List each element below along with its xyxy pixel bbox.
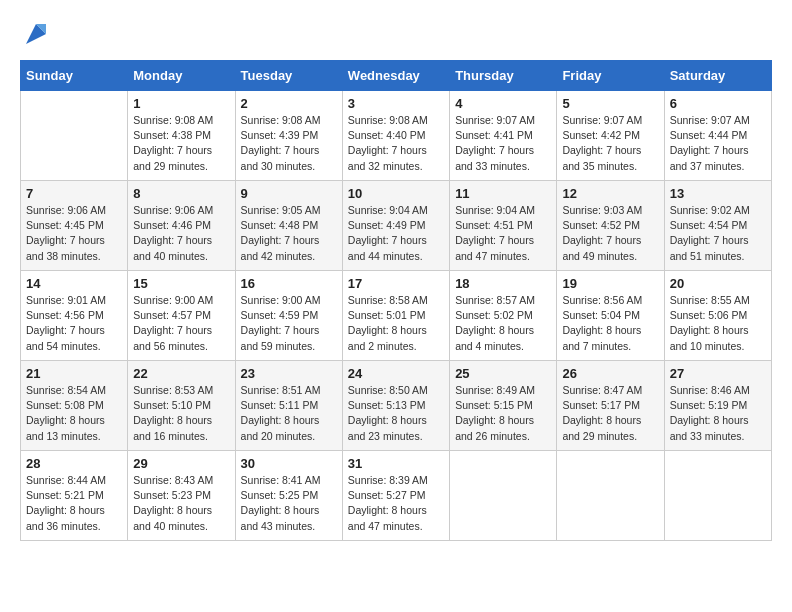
day-number: 3	[348, 96, 444, 111]
day-number: 10	[348, 186, 444, 201]
day-info: Sunrise: 8:39 AMSunset: 5:27 PMDaylight:…	[348, 473, 444, 534]
day-info: Sunrise: 9:02 AMSunset: 4:54 PMDaylight:…	[670, 203, 766, 264]
day-info: Sunrise: 9:07 AMSunset: 4:42 PMDaylight:…	[562, 113, 658, 174]
day-cell: 23Sunrise: 8:51 AMSunset: 5:11 PMDayligh…	[235, 361, 342, 451]
day-cell: 9Sunrise: 9:05 AMSunset: 4:48 PMDaylight…	[235, 181, 342, 271]
day-info: Sunrise: 9:04 AMSunset: 4:49 PMDaylight:…	[348, 203, 444, 264]
day-info: Sunrise: 9:06 AMSunset: 4:45 PMDaylight:…	[26, 203, 122, 264]
day-number: 1	[133, 96, 229, 111]
day-number: 19	[562, 276, 658, 291]
day-number: 27	[670, 366, 766, 381]
day-number: 15	[133, 276, 229, 291]
day-number: 12	[562, 186, 658, 201]
day-info: Sunrise: 9:01 AMSunset: 4:56 PMDaylight:…	[26, 293, 122, 354]
day-info: Sunrise: 8:46 AMSunset: 5:19 PMDaylight:…	[670, 383, 766, 444]
day-number: 5	[562, 96, 658, 111]
day-cell: 26Sunrise: 8:47 AMSunset: 5:17 PMDayligh…	[557, 361, 664, 451]
day-number: 16	[241, 276, 337, 291]
day-cell: 1Sunrise: 9:08 AMSunset: 4:38 PMDaylight…	[128, 91, 235, 181]
day-cell	[557, 451, 664, 541]
day-number: 17	[348, 276, 444, 291]
day-number: 8	[133, 186, 229, 201]
day-number: 29	[133, 456, 229, 471]
day-number: 30	[241, 456, 337, 471]
day-cell: 17Sunrise: 8:58 AMSunset: 5:01 PMDayligh…	[342, 271, 449, 361]
day-cell: 10Sunrise: 9:04 AMSunset: 4:49 PMDayligh…	[342, 181, 449, 271]
day-cell: 8Sunrise: 9:06 AMSunset: 4:46 PMDaylight…	[128, 181, 235, 271]
day-cell: 22Sunrise: 8:53 AMSunset: 5:10 PMDayligh…	[128, 361, 235, 451]
logo	[20, 20, 50, 44]
day-info: Sunrise: 8:50 AMSunset: 5:13 PMDaylight:…	[348, 383, 444, 444]
day-info: Sunrise: 8:54 AMSunset: 5:08 PMDaylight:…	[26, 383, 122, 444]
day-number: 13	[670, 186, 766, 201]
day-cell: 18Sunrise: 8:57 AMSunset: 5:02 PMDayligh…	[450, 271, 557, 361]
week-row-3: 21Sunrise: 8:54 AMSunset: 5:08 PMDayligh…	[21, 361, 772, 451]
day-cell: 27Sunrise: 8:46 AMSunset: 5:19 PMDayligh…	[664, 361, 771, 451]
day-info: Sunrise: 8:53 AMSunset: 5:10 PMDaylight:…	[133, 383, 229, 444]
day-info: Sunrise: 9:00 AMSunset: 4:59 PMDaylight:…	[241, 293, 337, 354]
day-cell: 28Sunrise: 8:44 AMSunset: 5:21 PMDayligh…	[21, 451, 128, 541]
day-info: Sunrise: 9:08 AMSunset: 4:38 PMDaylight:…	[133, 113, 229, 174]
day-number: 6	[670, 96, 766, 111]
day-info: Sunrise: 8:56 AMSunset: 5:04 PMDaylight:…	[562, 293, 658, 354]
day-info: Sunrise: 8:43 AMSunset: 5:23 PMDaylight:…	[133, 473, 229, 534]
day-cell: 12Sunrise: 9:03 AMSunset: 4:52 PMDayligh…	[557, 181, 664, 271]
day-info: Sunrise: 8:51 AMSunset: 5:11 PMDaylight:…	[241, 383, 337, 444]
day-info: Sunrise: 9:07 AMSunset: 4:41 PMDaylight:…	[455, 113, 551, 174]
day-number: 20	[670, 276, 766, 291]
day-number: 23	[241, 366, 337, 381]
weekday-header-saturday: Saturday	[664, 61, 771, 91]
day-cell: 11Sunrise: 9:04 AMSunset: 4:51 PMDayligh…	[450, 181, 557, 271]
day-number: 31	[348, 456, 444, 471]
day-cell: 15Sunrise: 9:00 AMSunset: 4:57 PMDayligh…	[128, 271, 235, 361]
day-cell: 30Sunrise: 8:41 AMSunset: 5:25 PMDayligh…	[235, 451, 342, 541]
day-number: 18	[455, 276, 551, 291]
day-cell: 13Sunrise: 9:02 AMSunset: 4:54 PMDayligh…	[664, 181, 771, 271]
day-cell: 2Sunrise: 9:08 AMSunset: 4:39 PMDaylight…	[235, 91, 342, 181]
day-number: 21	[26, 366, 122, 381]
day-number: 4	[455, 96, 551, 111]
day-cell: 4Sunrise: 9:07 AMSunset: 4:41 PMDaylight…	[450, 91, 557, 181]
day-cell: 31Sunrise: 8:39 AMSunset: 5:27 PMDayligh…	[342, 451, 449, 541]
day-number: 25	[455, 366, 551, 381]
day-number: 7	[26, 186, 122, 201]
day-info: Sunrise: 9:07 AMSunset: 4:44 PMDaylight:…	[670, 113, 766, 174]
day-cell	[664, 451, 771, 541]
day-cell: 20Sunrise: 8:55 AMSunset: 5:06 PMDayligh…	[664, 271, 771, 361]
day-info: Sunrise: 9:06 AMSunset: 4:46 PMDaylight:…	[133, 203, 229, 264]
day-number: 26	[562, 366, 658, 381]
day-number: 11	[455, 186, 551, 201]
day-info: Sunrise: 9:03 AMSunset: 4:52 PMDaylight:…	[562, 203, 658, 264]
day-info: Sunrise: 8:58 AMSunset: 5:01 PMDaylight:…	[348, 293, 444, 354]
day-info: Sunrise: 8:49 AMSunset: 5:15 PMDaylight:…	[455, 383, 551, 444]
day-cell	[450, 451, 557, 541]
day-cell	[21, 91, 128, 181]
day-cell: 3Sunrise: 9:08 AMSunset: 4:40 PMDaylight…	[342, 91, 449, 181]
week-row-0: 1Sunrise: 9:08 AMSunset: 4:38 PMDaylight…	[21, 91, 772, 181]
logo-icon	[22, 20, 50, 48]
day-info: Sunrise: 9:00 AMSunset: 4:57 PMDaylight:…	[133, 293, 229, 354]
day-number: 9	[241, 186, 337, 201]
day-number: 24	[348, 366, 444, 381]
day-cell: 25Sunrise: 8:49 AMSunset: 5:15 PMDayligh…	[450, 361, 557, 451]
weekday-header-monday: Monday	[128, 61, 235, 91]
day-info: Sunrise: 8:57 AMSunset: 5:02 PMDaylight:…	[455, 293, 551, 354]
day-cell: 5Sunrise: 9:07 AMSunset: 4:42 PMDaylight…	[557, 91, 664, 181]
week-row-1: 7Sunrise: 9:06 AMSunset: 4:45 PMDaylight…	[21, 181, 772, 271]
weekday-header-wednesday: Wednesday	[342, 61, 449, 91]
day-info: Sunrise: 9:08 AMSunset: 4:40 PMDaylight:…	[348, 113, 444, 174]
day-cell: 21Sunrise: 8:54 AMSunset: 5:08 PMDayligh…	[21, 361, 128, 451]
day-info: Sunrise: 8:41 AMSunset: 5:25 PMDaylight:…	[241, 473, 337, 534]
day-cell: 16Sunrise: 9:00 AMSunset: 4:59 PMDayligh…	[235, 271, 342, 361]
day-number: 2	[241, 96, 337, 111]
day-cell: 19Sunrise: 8:56 AMSunset: 5:04 PMDayligh…	[557, 271, 664, 361]
day-info: Sunrise: 9:08 AMSunset: 4:39 PMDaylight:…	[241, 113, 337, 174]
weekday-header-row: SundayMondayTuesdayWednesdayThursdayFrid…	[21, 61, 772, 91]
day-cell: 24Sunrise: 8:50 AMSunset: 5:13 PMDayligh…	[342, 361, 449, 451]
week-row-2: 14Sunrise: 9:01 AMSunset: 4:56 PMDayligh…	[21, 271, 772, 361]
day-info: Sunrise: 8:44 AMSunset: 5:21 PMDaylight:…	[26, 473, 122, 534]
day-number: 22	[133, 366, 229, 381]
week-row-4: 28Sunrise: 8:44 AMSunset: 5:21 PMDayligh…	[21, 451, 772, 541]
weekday-header-friday: Friday	[557, 61, 664, 91]
day-cell: 7Sunrise: 9:06 AMSunset: 4:45 PMDaylight…	[21, 181, 128, 271]
